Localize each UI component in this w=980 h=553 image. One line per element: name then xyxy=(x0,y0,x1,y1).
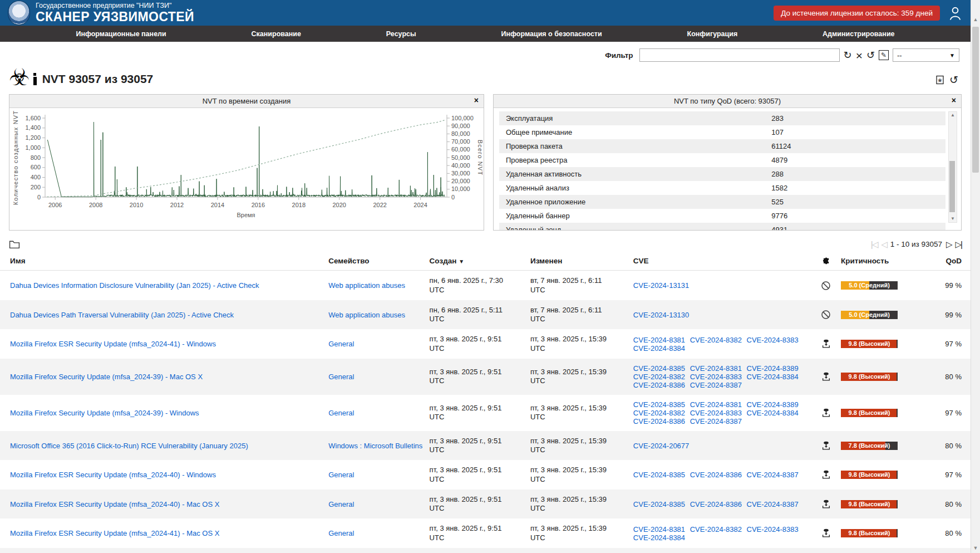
cve-link[interactable]: CVE-2024-8385 xyxy=(633,500,685,508)
user-icon[interactable] xyxy=(948,6,963,21)
qod-scrollbar[interactable]: ▲ ▼ xyxy=(948,111,957,223)
nvt-name-link[interactable]: Dahua Devices Path Traversal Vulnerabili… xyxy=(10,311,234,319)
family-link[interactable]: General xyxy=(328,409,354,417)
new-display-icon[interactable]: ★ xyxy=(936,75,944,85)
severity-label: 9.8 (Высокий) xyxy=(841,409,898,417)
scrollbar-thumb[interactable] xyxy=(949,161,955,212)
filter-select[interactable]: -- ▼ xyxy=(893,48,959,62)
cve-link[interactable]: CVE-2024-8383 xyxy=(747,336,799,344)
cve-link[interactable]: CVE-2024-8381 xyxy=(633,525,685,534)
cve-link[interactable]: CVE-2024-8385 xyxy=(633,364,685,373)
nav-item-3[interactable]: Ресурсы xyxy=(386,30,416,38)
column-qod[interactable]: QoD xyxy=(946,257,962,265)
nav-item-4[interactable]: Информация о безопасности xyxy=(501,30,602,38)
nav-item-1[interactable]: Информационные панели xyxy=(76,30,166,38)
page-first-button[interactable]: |◁ xyxy=(871,239,877,249)
cve-link[interactable]: CVE-2024-8383 xyxy=(747,525,799,534)
column-family[interactable]: Семейство xyxy=(328,257,369,265)
page-next-button[interactable]: ▷ xyxy=(946,239,952,249)
scroll-up-icon[interactable]: ▲ xyxy=(971,17,980,22)
nvt-name-link[interactable]: Mozilla Firefox ESR Security Update (mfs… xyxy=(10,340,216,348)
nav-item-5[interactable]: Конфигурация xyxy=(687,30,738,38)
folder-icon[interactable] xyxy=(9,240,20,249)
cve-link[interactable]: CVE-2024-8382 xyxy=(633,373,685,381)
scroll-down-icon[interactable]: ▼ xyxy=(949,216,957,222)
cve-link[interactable]: CVE-2024-8383 xyxy=(690,409,742,417)
column-cve[interactable]: CVE xyxy=(633,257,649,265)
filter-update-icon[interactable]: ↻ xyxy=(844,50,852,60)
column-modified[interactable]: Изменен xyxy=(530,257,562,265)
family-link[interactable]: General xyxy=(328,529,354,537)
severity-bar: 9.8 (Высокий) xyxy=(841,409,898,417)
cve-link[interactable]: CVE-2024-8381 xyxy=(690,364,742,373)
cve-link[interactable]: CVE-2024-8382 xyxy=(690,525,742,534)
filter-input[interactable] xyxy=(639,48,840,62)
cve-link[interactable]: CVE-2024-8385 xyxy=(633,400,685,409)
nvt-name-link[interactable]: Mozilla Firefox ESR Security Update (mfs… xyxy=(10,529,219,537)
nvt-name-link[interactable]: Mozilla Firefox ESR Security Update (mfs… xyxy=(10,471,216,479)
family-link[interactable]: General xyxy=(328,340,354,348)
qod-value: 80 % xyxy=(920,431,971,461)
svg-text:0: 0 xyxy=(451,193,455,200)
refresh-icon[interactable]: ↺ xyxy=(949,75,958,85)
cve-link[interactable]: CVE-2024-13130 xyxy=(633,311,689,319)
close-icon[interactable]: × xyxy=(952,96,956,105)
filter-edit-icon[interactable]: ✎ xyxy=(879,50,889,60)
family-link[interactable]: Web application abuses xyxy=(328,281,405,290)
scroll-up-icon[interactable]: ▲ xyxy=(949,112,957,119)
page-scrollbar[interactable]: ▲ ▼ xyxy=(971,0,980,553)
family-link[interactable]: General xyxy=(328,471,354,479)
qod-row: Удаленная активность288 xyxy=(499,167,945,181)
cve-link[interactable]: CVE-2024-8382 xyxy=(690,336,742,344)
column-severity[interactable]: Критичность xyxy=(841,257,889,265)
nvt-name-link[interactable]: Mozilla Firefox Security Update (mfsa_20… xyxy=(10,373,203,381)
cve-link[interactable]: CVE-2024-20677 xyxy=(633,442,689,450)
column-created[interactable]: Создан xyxy=(430,257,457,265)
cve-link[interactable]: CVE-2024-8385 xyxy=(633,471,685,479)
cve-link[interactable]: CVE-2024-8381 xyxy=(690,400,742,409)
close-icon[interactable]: × xyxy=(474,96,479,105)
cve-link[interactable]: CVE-2024-8389 xyxy=(747,364,799,373)
filter-reset-icon[interactable]: ↺ xyxy=(866,50,875,60)
cve-link[interactable]: CVE-2024-8383 xyxy=(690,373,742,381)
cve-link[interactable]: CVE-2024-8384 xyxy=(747,409,799,417)
filter-clear-icon[interactable]: × xyxy=(856,50,863,61)
nvt-name-link[interactable]: Mozilla Firefox ESR Security Update (mfs… xyxy=(10,500,219,508)
svg-text:1,000: 1,000 xyxy=(25,144,41,150)
cve-link[interactable]: CVE-2024-8389 xyxy=(747,400,799,409)
organization-logo xyxy=(8,1,30,25)
nav-item-2[interactable]: Сканирование xyxy=(252,30,301,38)
family-link[interactable]: Web application abuses xyxy=(328,311,405,319)
table-row: Dahua Devices Information Disclosure Vul… xyxy=(0,271,971,300)
family-link[interactable]: Windows : Microsoft Bulletins xyxy=(328,442,422,450)
nvt-table: Имя Семейство Создан ▼ Изменен CVE Крити… xyxy=(0,252,971,553)
page-prev-button[interactable]: ◁ xyxy=(881,239,887,249)
cve-link[interactable]: CVE-2024-8382 xyxy=(633,409,685,417)
family-link[interactable]: General xyxy=(328,500,354,508)
column-name[interactable]: Имя xyxy=(10,257,26,265)
top-header: Государственное предприятие "НИИ ТЗИ" СК… xyxy=(0,0,971,26)
table-row: Mozilla Firefox ESR Security Update (mfs… xyxy=(0,329,971,359)
scroll-down-icon[interactable]: ▼ xyxy=(971,545,980,551)
family-link[interactable]: General xyxy=(328,373,354,381)
cve-link[interactable]: CVE-2024-8384 xyxy=(747,373,799,381)
cve-link[interactable]: CVE-2024-13131 xyxy=(633,281,689,290)
cve-link[interactable]: CVE-2024-8384 xyxy=(633,534,685,542)
nvt-name-link[interactable]: Microsoft Office 365 (2016 Click-to-Run)… xyxy=(10,442,248,450)
scrollbar-thumb[interactable] xyxy=(972,27,979,173)
cve-link[interactable]: CVE-2024-8381 xyxy=(633,336,685,344)
cve-link[interactable]: CVE-2024-8387 xyxy=(747,500,799,508)
page-last-button[interactable]: ▷| xyxy=(956,239,962,249)
cve-link[interactable]: CVE-2024-8386 xyxy=(690,471,742,479)
solution-type-puzzle-icon xyxy=(822,257,830,265)
cve-link[interactable]: CVE-2024-8387 xyxy=(690,381,742,389)
cve-link[interactable]: CVE-2024-8386 xyxy=(633,381,685,389)
nvt-name-link[interactable]: Mozilla Firefox Security Update (mfsa_20… xyxy=(10,409,199,417)
nvt-name-link[interactable]: Dahua Devices Information Disclosure Vul… xyxy=(10,281,259,290)
cve-link[interactable]: CVE-2024-8387 xyxy=(690,417,742,425)
cve-link[interactable]: CVE-2024-8387 xyxy=(747,471,799,479)
cve-link[interactable]: CVE-2024-8386 xyxy=(633,417,685,425)
nav-item-6[interactable]: Администрирование xyxy=(823,30,894,38)
cve-link[interactable]: CVE-2024-8384 xyxy=(633,344,685,353)
cve-link[interactable]: CVE-2024-8386 xyxy=(690,500,742,508)
